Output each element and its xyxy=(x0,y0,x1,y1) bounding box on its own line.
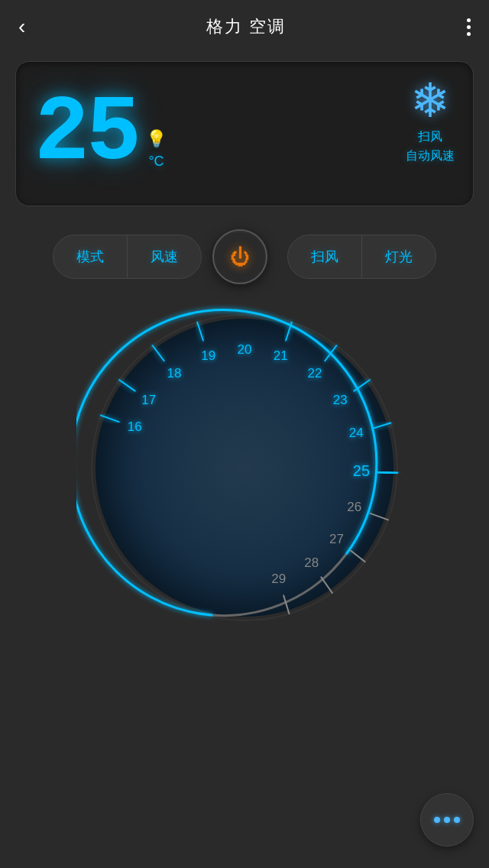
dot xyxy=(467,18,471,22)
wind-speed-label: 自动风速 xyxy=(406,148,455,164)
control-bar: 模式 风速 ⏻ 扫风 灯光 xyxy=(15,229,474,284)
snowflake-icon: ❄ xyxy=(410,77,450,125)
temp-unit: °C xyxy=(148,154,164,170)
right-info: ❄ 扫风 自动风速 xyxy=(406,77,455,164)
svg-point-1 xyxy=(96,319,393,617)
swing-label: 扫风 xyxy=(418,129,442,145)
wind-speed-button[interactable]: 风速 xyxy=(128,235,201,278)
svg-text:28: 28 xyxy=(304,555,319,570)
left-button-group: 模式 风速 xyxy=(53,235,202,279)
dot-2 xyxy=(444,817,450,823)
dot-3 xyxy=(454,817,460,823)
swing-button[interactable]: 扫风 xyxy=(288,235,362,278)
svg-text:27: 27 xyxy=(329,532,344,546)
header: ‹ 格力 空调 xyxy=(0,0,489,53)
svg-text:20: 20 xyxy=(238,342,252,357)
more-options-button[interactable] xyxy=(420,793,474,847)
svg-text:17: 17 xyxy=(141,393,156,407)
bulb-icon: 💡 xyxy=(146,129,167,149)
svg-text:26: 26 xyxy=(347,500,361,514)
power-button[interactable]: ⏻ xyxy=(212,229,267,284)
mode-button[interactable]: 模式 xyxy=(53,235,128,278)
svg-text:24: 24 xyxy=(349,426,364,440)
temperature-dial[interactable]: 1617181920212223242526272829 xyxy=(76,300,413,636)
svg-text:21: 21 xyxy=(274,348,288,363)
svg-text:23: 23 xyxy=(333,393,348,407)
svg-text:18: 18 xyxy=(167,366,181,381)
power-icon: ⏻ xyxy=(230,245,250,269)
svg-text:22: 22 xyxy=(308,366,322,381)
svg-text:29: 29 xyxy=(271,572,286,586)
temperature-display: 25 xyxy=(34,88,138,180)
svg-text:25: 25 xyxy=(353,462,370,479)
dot xyxy=(467,32,471,36)
temp-unit-section: 💡 °C xyxy=(146,129,167,170)
svg-line-20 xyxy=(378,472,397,473)
dot-1 xyxy=(434,817,440,823)
svg-text:16: 16 xyxy=(128,419,142,434)
right-button-group: 扫风 灯光 xyxy=(287,235,436,279)
dot xyxy=(467,25,471,29)
display-panel: 25 💡 °C ❄ 扫风 自动风速 xyxy=(15,61,474,206)
back-button[interactable]: ‹ xyxy=(18,16,25,37)
page-title: 格力 空调 xyxy=(206,15,286,38)
more-menu-button[interactable] xyxy=(467,18,471,36)
light-button[interactable]: 灯光 xyxy=(362,235,436,278)
svg-text:19: 19 xyxy=(201,348,215,363)
dial-svg: 1617181920212223242526272829 xyxy=(76,300,413,636)
